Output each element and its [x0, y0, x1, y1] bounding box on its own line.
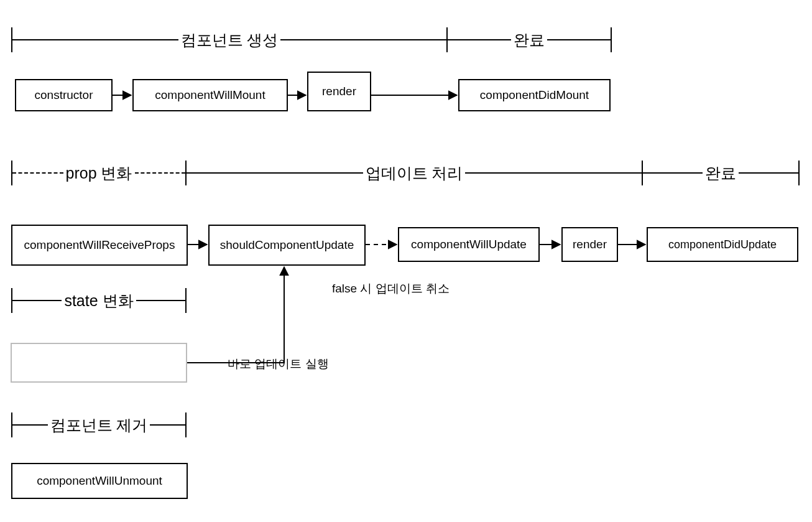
arrow-elbow-icon [187, 267, 284, 363]
line-icon [280, 39, 446, 40]
line-icon [150, 424, 185, 426]
tick-icon [185, 412, 187, 437]
span-update-label: 업데이트 처리 [363, 163, 466, 184]
line-dashed-icon [12, 172, 63, 174]
tick-icon [798, 161, 800, 185]
box-shouldComponentUpdate: shouldComponentUpdate [208, 225, 366, 266]
box-render1: render [307, 72, 371, 111]
box-componentWillReceiveProps: componentWillReceiveProps [11, 225, 188, 266]
line-icon [12, 39, 178, 40]
span-state-label: state 변화 [62, 291, 136, 311]
line-icon [547, 39, 611, 40]
span-remove: 컴포넌트 제거 [11, 412, 187, 437]
line-dashed-icon [135, 172, 186, 174]
line-icon [448, 39, 511, 40]
box-constructor: constructor [15, 79, 113, 111]
tick-icon [611, 27, 612, 52]
line-icon [187, 172, 363, 174]
box-componentWillUpdate: componentWillUpdate [398, 227, 540, 262]
line-icon [136, 300, 185, 301]
tick-icon [185, 288, 187, 313]
box-componentWillUnmount: componentWillUnmount [11, 463, 188, 499]
span-prop-label: prop 변화 [63, 163, 135, 184]
span-create: 컴포넌트 생성 [11, 27, 448, 52]
span-done2-label: 완료 [703, 163, 739, 184]
span-done2: 완료 [642, 161, 800, 185]
span-state: state 변화 [11, 288, 187, 313]
line-icon [643, 172, 703, 174]
line-icon [739, 172, 798, 174]
note-false-cancel: false 시 업데이트 취소 [332, 281, 450, 297]
box-state-placeholder [11, 343, 187, 383]
box-componentDidUpdate: componentDidUpdate [647, 227, 798, 262]
span-create-label: 컴포넌트 생성 [178, 30, 281, 50]
box-componentWillMount: componentWillMount [132, 79, 288, 111]
span-remove-label: 컴포넌트 제거 [48, 415, 150, 436]
box-render2: render [561, 227, 618, 262]
note-direct-update: 바로 업데이트 실행 [228, 356, 329, 372]
span-done1: 완료 [446, 27, 612, 52]
line-icon [465, 172, 642, 174]
span-prop: prop 변화 [11, 161, 187, 185]
line-icon [12, 424, 48, 426]
span-update: 업데이트 처리 [185, 161, 643, 185]
span-done1-label: 완료 [511, 30, 547, 50]
lifecycle-diagram: 컴포넌트 생성 완료 constructor componentWillMoun… [0, 0, 812, 522]
line-icon [12, 300, 62, 301]
box-componentDidMount: componentDidMount [458, 79, 611, 111]
